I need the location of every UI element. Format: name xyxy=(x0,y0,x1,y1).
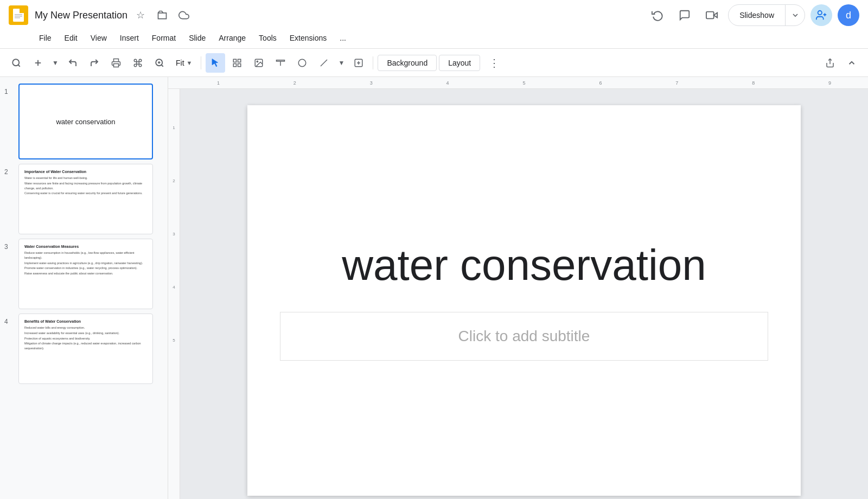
ruler-left-mark-3: 3 xyxy=(173,232,175,236)
menu-slide[interactable]: Slide xyxy=(182,31,212,44)
slide2-bullet-3: Conserving water is crucial for ensuring… xyxy=(24,191,147,196)
transform-button[interactable] xyxy=(227,53,247,73)
slideshow-main-button[interactable]: Slideshow xyxy=(729,4,785,26)
app-logo xyxy=(9,5,28,25)
line-button[interactable] xyxy=(314,53,334,73)
svg-rect-1 xyxy=(15,14,22,15)
ruler-mark-9: 9 xyxy=(792,80,868,86)
add-dropdown-button[interactable]: ▼ xyxy=(50,53,61,73)
redo-button[interactable] xyxy=(85,53,104,73)
slide-thumbnail-3[interactable]: Water Conservation Measures Reduce water… xyxy=(18,239,153,309)
image-button[interactable] xyxy=(249,53,269,73)
svg-marker-4 xyxy=(714,12,717,17)
svg-line-26 xyxy=(321,60,327,66)
slide4-bullet-1: Reduced water bills and energy consumpti… xyxy=(24,325,147,330)
menu-insert[interactable]: Insert xyxy=(113,31,145,44)
slide-number-3: 3 xyxy=(4,243,14,251)
toolbar: ▼ Fit ▼ xyxy=(0,49,868,77)
slide-item-1[interactable]: 1 water conservation xyxy=(0,81,168,162)
svg-rect-19 xyxy=(238,59,241,62)
menu-tools[interactable]: Tools xyxy=(252,31,283,44)
svg-line-15 xyxy=(161,65,163,66)
add-button[interactable] xyxy=(28,53,48,73)
slide-thumbnail-1[interactable]: water conservation xyxy=(18,84,153,159)
slide-main[interactable]: water conservation Click to add subtitle xyxy=(247,105,801,496)
toolbar-divider-2 xyxy=(373,56,373,69)
ruler-mark-3: 3 xyxy=(333,80,410,86)
add-textbox-button[interactable] xyxy=(349,53,368,73)
slide-main-title[interactable]: water conservation xyxy=(320,240,727,290)
slide3-bullet-4: Raise awareness and educate the public a… xyxy=(24,271,147,276)
slide1-title: water conservation xyxy=(56,118,115,126)
slideshow-dropdown-button[interactable] xyxy=(785,4,805,26)
menu-more[interactable]: ... xyxy=(333,31,353,44)
slide4-bullet-2: Increased water availability for essenti… xyxy=(24,331,147,336)
history-button[interactable] xyxy=(647,4,668,26)
slide-item-3[interactable]: 3 Water Conservation Measures Reduce wat… xyxy=(0,236,168,311)
ruler-left-mark-5: 5 xyxy=(173,338,175,343)
slide-item-4[interactable]: 4 Benefits of Water Conservation Reduced… xyxy=(0,311,168,386)
line-dropdown-button[interactable]: ▼ xyxy=(336,53,347,73)
toolbar-divider-1 xyxy=(201,56,201,69)
add-user-button[interactable] xyxy=(810,4,832,26)
zoom-button[interactable] xyxy=(150,53,169,73)
slide-subtitle-placeholder: Click to add subtitle xyxy=(458,328,590,345)
svg-rect-18 xyxy=(234,59,237,62)
menu-edit[interactable]: Edit xyxy=(58,31,84,44)
layout-button[interactable]: Layout xyxy=(439,55,480,71)
ruler-top: 1 2 3 4 5 6 7 8 9 xyxy=(168,77,868,89)
print-button[interactable] xyxy=(106,53,126,73)
cloud-save-button[interactable] xyxy=(175,7,193,24)
menu-arrange[interactable]: Arrange xyxy=(212,31,252,44)
svg-rect-5 xyxy=(706,12,714,19)
ruler-mark-1: 1 xyxy=(180,80,257,86)
user-avatar[interactable]: d xyxy=(838,4,859,26)
svg-rect-21 xyxy=(238,63,241,66)
logo-icon xyxy=(13,9,24,22)
svg-point-9 xyxy=(12,59,19,66)
slide-subtitle-box[interactable]: Click to add subtitle xyxy=(280,312,768,361)
menu-view[interactable]: View xyxy=(84,31,113,44)
ruler-left-mark-1: 1 xyxy=(173,126,175,130)
slide3-bullet-2: Implement water-saving practices in agri… xyxy=(24,261,147,266)
shape-button[interactable] xyxy=(292,53,312,73)
search-button[interactable] xyxy=(7,53,26,73)
svg-rect-2 xyxy=(15,16,22,17)
ruler-mark-6: 6 xyxy=(562,80,639,86)
paint-format-button[interactable] xyxy=(128,53,148,73)
menu-extensions[interactable]: Extensions xyxy=(283,31,333,44)
menu-format[interactable]: Format xyxy=(145,31,182,44)
slide-number-2: 2 xyxy=(4,168,14,176)
slide-number-4: 4 xyxy=(4,318,14,325)
share-button[interactable] xyxy=(820,53,840,73)
slides-panel: 1 water conservation 2 Importance of Wat… xyxy=(0,77,168,499)
zoom-select[interactable]: Fit ▼ xyxy=(171,56,196,69)
slide3-bullet-3: Promote water conservation in industries… xyxy=(24,266,147,271)
slide-item-2[interactable]: 2 Importance of Water Conservation Water… xyxy=(0,162,168,236)
ruler-mark-5: 5 xyxy=(486,80,563,86)
textbox-button[interactable] xyxy=(271,53,290,73)
svg-line-10 xyxy=(18,65,20,66)
background-button[interactable]: Background xyxy=(378,55,437,71)
select-tool-button[interactable] xyxy=(206,53,225,73)
slide-thumbnail-4[interactable]: Benefits of Water Conservation Reduced w… xyxy=(18,314,153,384)
svg-rect-3 xyxy=(15,17,20,18)
ruler-mark-7: 7 xyxy=(639,80,715,86)
slide-number-1: 1 xyxy=(4,88,14,95)
menu-row: File Edit View Insert Format Slide Arran… xyxy=(0,28,868,48)
undo-button[interactable] xyxy=(63,53,82,73)
meet-button[interactable] xyxy=(701,4,723,26)
more-options-button[interactable]: ⋮ xyxy=(484,53,504,73)
slide-thumbnail-2[interactable]: Importance of Water Conservation Water i… xyxy=(18,164,153,234)
slide2-bullet-2: Water resources are finite and facing in… xyxy=(24,181,147,191)
comment-button[interactable] xyxy=(674,4,695,26)
top-bar: My New Presentation ☆ xyxy=(0,0,868,49)
ruler-left-mark-2: 2 xyxy=(173,179,175,183)
svg-rect-20 xyxy=(234,63,237,66)
collapse-button[interactable] xyxy=(842,53,861,73)
menu-file[interactable]: File xyxy=(33,31,58,44)
svg-point-23 xyxy=(257,61,258,62)
star-button[interactable]: ☆ xyxy=(132,7,149,24)
move-to-folder-button[interactable] xyxy=(154,7,171,24)
ruler-mark-8: 8 xyxy=(715,80,792,86)
